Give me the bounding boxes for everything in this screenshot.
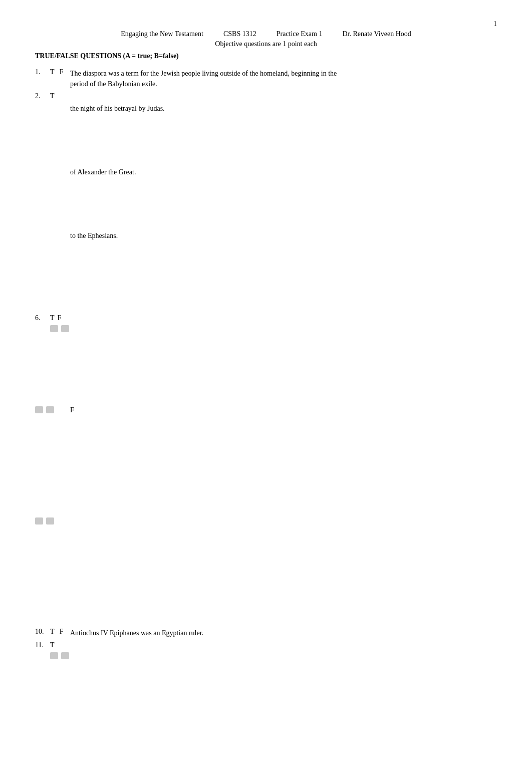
q10-text: Antiochus IV Epiphanes was an Egyptian r… [70,628,497,638]
instructor-name: Dr. Renate Viveen Hood [342,30,411,38]
q9-blurred-prefix [35,406,70,413]
spacer-after-q11b [35,713,497,763]
q2-continuation: the night of his betrayal by Judas. [70,103,497,114]
section-heading: TRUE/FALSE QUESTIONS (A = true; B=false) [35,52,497,60]
q1-number: 1. [35,68,50,76]
q2-tf: T [50,92,70,100]
q3-continuation: of Alexander the Great. [70,167,497,177]
course-title: Engaging the New Testament [121,30,203,38]
q2-number: 2. [35,92,50,100]
question-6: 6. T F [35,314,497,322]
q9-f: F [70,406,74,414]
question-9-area: F [35,406,497,414]
q-num-blurred2 [35,517,43,525]
q11-number: 11. [35,641,50,649]
spacer-after-q11c [35,763,497,782]
q9-t-blurred [46,406,54,413]
q6-tf-t: T [50,314,55,322]
question-2-header: 2. T [35,92,497,100]
spacer-mid [35,528,497,578]
header-line1: Engaging the New Testament CSBS 1312 Pra… [35,30,497,38]
page: 1 Engaging the New Testament CSBS 1312 P… [0,0,532,782]
q11-tf: T [50,641,70,649]
q10-number: 10. [35,628,50,636]
q10-tf: T F [50,628,70,636]
q11-blurred-2 [61,652,69,659]
spacer-after-q3 [35,180,497,230]
exam-name: Practice Exam 1 [277,30,323,38]
course-code: CSBS 1312 [223,30,256,38]
question-10: 10. T F Antiochus IV Epiphanes was an Eg… [35,628,497,638]
header: Engaging the New Testament CSBS 1312 Pra… [35,30,497,48]
q4-continuation: to the Ephesians. [70,230,497,241]
page-number: 1 [493,20,497,28]
q6-tf: T F [50,314,70,322]
spacer-after-q2 [35,117,497,167]
spacer-after-q4 [35,244,497,294]
q6-blurred-2 [61,325,69,332]
q6-blurred-row [50,325,497,332]
spacer-extra2 [35,386,497,406]
question-1: 1. T F The diaspora was a term for the J… [35,68,497,89]
q1-text: The diaspora was a term for the Jewish p… [70,68,497,89]
spacer-after-q9b [35,467,497,517]
q6-blurred-1 [50,325,58,332]
question-11: 11. T [35,641,497,649]
spacer-mid2 [35,578,497,628]
spacer-after-q9 [35,417,497,467]
spacer-extra [35,294,497,314]
question-blurred-area [35,517,497,525]
q1-tf: T F [50,68,70,76]
q9-num-blurred [35,406,43,413]
spacer-after-q6 [35,336,497,386]
q6-number: 6. [35,314,50,322]
header-subline: Objective questions are 1 point each [35,40,497,48]
spacer-after-q11 [35,663,497,713]
q-t-blurred2 [46,517,54,525]
q11-blurred-1 [50,652,58,659]
q-blurred-prefix2 [35,517,54,525]
q11-blurred-row [50,652,497,659]
q6-tf-f: F [58,314,62,322]
